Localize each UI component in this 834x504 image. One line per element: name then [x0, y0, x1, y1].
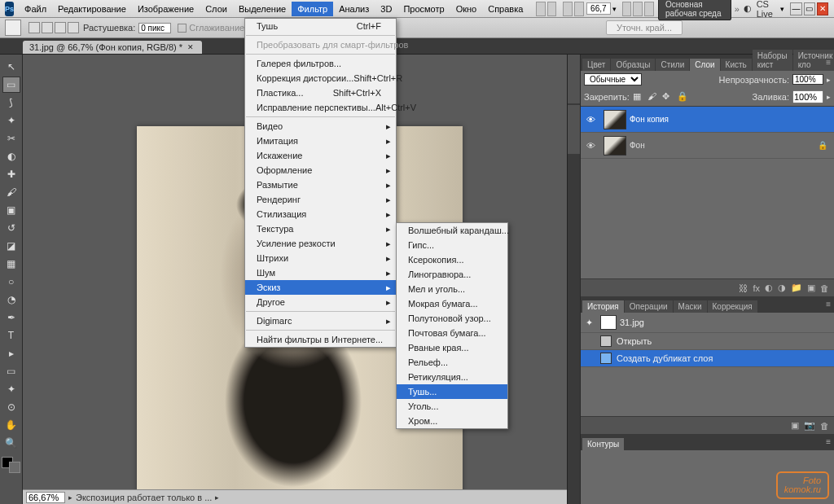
close-icon[interactable]: ✕ — [187, 43, 194, 51]
submenu-item[interactable]: Мел и уголь... — [397, 282, 507, 296]
3d-tool[interactable]: ✦ — [2, 381, 20, 397]
panel-menu-icon[interactable]: ≡ — [826, 300, 831, 309]
submenu-item[interactable]: Линогравюра... — [397, 267, 507, 282]
menu-item[interactable]: Шум▸ — [245, 265, 396, 280]
new-layer-icon[interactable]: ▣ — [807, 283, 815, 293]
layer-thumbnail[interactable] — [604, 136, 626, 156]
select-add-icon[interactable] — [42, 22, 53, 33]
menu-item[interactable]: Другое▸ — [245, 295, 396, 309]
menu-item[interactable]: Видео▸ — [245, 119, 396, 134]
blend-mode-select[interactable]: Обычные — [584, 73, 642, 85]
screen-mode-icon[interactable] — [574, 2, 584, 16]
tab-brush[interactable]: Кисть — [721, 59, 752, 71]
history-step[interactable]: Создать дубликат слоя — [581, 350, 834, 367]
select-new-icon[interactable] — [29, 22, 40, 33]
link-layers-icon[interactable]: ⛓ — [739, 283, 748, 293]
menu-item[interactable]: Усиление резкости▸ — [245, 236, 396, 251]
menu-item[interactable]: Галерея фильтров... — [245, 56, 396, 71]
cs-live-button[interactable]: CS Live — [757, 0, 776, 19]
layer-row[interactable]: 👁 Фон 🔒 — [581, 133, 834, 159]
delete-state-icon[interactable]: 🗑 — [820, 421, 829, 431]
submenu-item[interactable]: Мокрая бумага... — [397, 296, 507, 311]
menu-file[interactable]: Файл — [19, 2, 52, 16]
crop-tool[interactable]: ✂ — [2, 130, 20, 147]
submenu-item[interactable]: Рваные края... — [397, 340, 507, 355]
minimize-button[interactable]: — — [790, 2, 801, 15]
guides-icon[interactable] — [633, 2, 643, 16]
dock-tab-1[interactable] — [568, 55, 581, 103]
zoom-input[interactable] — [26, 492, 65, 503]
menu-item[interactable]: Оформление▸ — [245, 163, 396, 177]
layer-fx-icon[interactable]: fx — [753, 283, 760, 293]
type-tool[interactable]: T — [2, 327, 20, 344]
tool-preset-icon[interactable] — [5, 20, 21, 36]
visibility-icon[interactable]: 👁 — [581, 141, 600, 151]
delete-layer-icon[interactable]: 🗑 — [820, 283, 829, 293]
visibility-icon[interactable]: 👁 — [581, 115, 600, 125]
submenu-item[interactable]: Тушь... — [397, 384, 507, 399]
workspace-switcher[interactable]: Основная рабочая среда — [658, 0, 731, 20]
lock-all-icon[interactable]: 🔒 — [677, 91, 688, 103]
gradient-tool[interactable]: ▦ — [2, 256, 20, 272]
opacity-input[interactable] — [792, 74, 823, 85]
path-select-tool[interactable]: ▸ — [2, 345, 20, 362]
menu-analysis[interactable]: Анализ — [333, 2, 375, 16]
tab-layers[interactable]: Слои — [690, 59, 719, 71]
layer-row[interactable]: 👁 Фон копия — [581, 107, 834, 133]
layer-group-icon[interactable]: 📁 — [791, 283, 802, 293]
menu-window[interactable]: Окно — [450, 2, 483, 16]
select-subtract-icon[interactable] — [55, 22, 66, 33]
dodge-tool[interactable]: ◔ — [2, 291, 20, 308]
history-step[interactable]: Открыть — [581, 333, 834, 350]
zoom-tool[interactable]: 🔍 — [2, 435, 20, 451]
submenu-item[interactable]: Рельеф... — [397, 355, 507, 370]
document-tab[interactable]: 31.jpg @ 66,7% (Фон копия, RGB/8) * ✕ — [23, 41, 202, 54]
submenu-item[interactable]: Уголь... — [397, 399, 507, 414]
background-color[interactable] — [9, 462, 20, 473]
panel-menu-icon[interactable]: ≡ — [826, 437, 831, 446]
maximize-button[interactable]: ▭ — [804, 2, 815, 15]
anti-alias-checkbox[interactable] — [178, 24, 187, 33]
lock-transparency-icon[interactable]: ▦ — [633, 91, 644, 103]
submenu-item[interactable]: Почтовая бумага... — [397, 326, 507, 340]
arrange-icon[interactable] — [563, 2, 573, 16]
lock-pixels-icon[interactable]: 🖌 — [647, 91, 659, 103]
dock-tab-2[interactable] — [568, 105, 581, 154]
menu-filter[interactable]: Фильтр — [292, 2, 333, 16]
grid-icon[interactable] — [644, 2, 654, 16]
pen-tool[interactable]: ✒ — [2, 309, 20, 326]
lock-position-icon[interactable]: ✥ — [662, 91, 674, 103]
menu-item[interactable]: Эскиз▸ — [245, 280, 396, 295]
tab-actions[interactable]: Операции — [625, 300, 673, 313]
shape-tool[interactable]: ▭ — [2, 363, 20, 379]
fill-input[interactable] — [792, 90, 823, 103]
menu-item[interactable]: Размытие▸ — [245, 177, 396, 192]
panel-menu-icon[interactable]: ≡ — [826, 58, 831, 67]
3d-camera-tool[interactable]: ⊙ — [2, 399, 20, 415]
menu-item[interactable]: Digimarc▸ — [245, 313, 396, 328]
new-snapshot-icon[interactable]: 📷 — [804, 420, 815, 431]
tab-history[interactable]: История — [582, 300, 624, 313]
menu-image[interactable]: Изображение — [132, 2, 200, 16]
zoom-level-field[interactable]: 66,7 — [586, 2, 610, 15]
submenu-item[interactable]: Гипс... — [397, 238, 507, 252]
menu-3d[interactable]: 3D — [375, 2, 397, 16]
menu-help[interactable]: Справка — [482, 2, 529, 16]
menu-item[interactable]: Исправление перспективы...Alt+Ctrl+V — [245, 100, 396, 115]
adjustment-layer-icon[interactable]: ◑ — [778, 283, 786, 293]
eyedropper-tool[interactable]: ◐ — [2, 148, 20, 164]
refine-edge-button[interactable]: Уточн. край... — [606, 20, 683, 35]
layer-name[interactable]: Фон копия — [630, 115, 669, 124]
healing-brush-tool[interactable]: ✚ — [2, 166, 20, 182]
menu-item[interactable]: ТушьCtrl+F — [245, 19, 396, 33]
layer-thumbnail[interactable] — [604, 110, 626, 129]
submenu-item[interactable]: Полутоновой узор... — [397, 311, 507, 326]
clone-stamp-tool[interactable]: ▣ — [2, 202, 20, 218]
menu-layers[interactable]: Слои — [200, 2, 233, 16]
menu-item[interactable]: Стилизация▸ — [245, 207, 396, 221]
tab-swatches[interactable]: Образцы — [611, 59, 655, 71]
layer-name[interactable]: Фон — [630, 141, 645, 150]
select-intersect-icon[interactable] — [68, 22, 79, 33]
tab-paths[interactable]: Контуры — [582, 438, 624, 450]
tab-brush-presets[interactable]: Наборы кист — [753, 50, 792, 71]
